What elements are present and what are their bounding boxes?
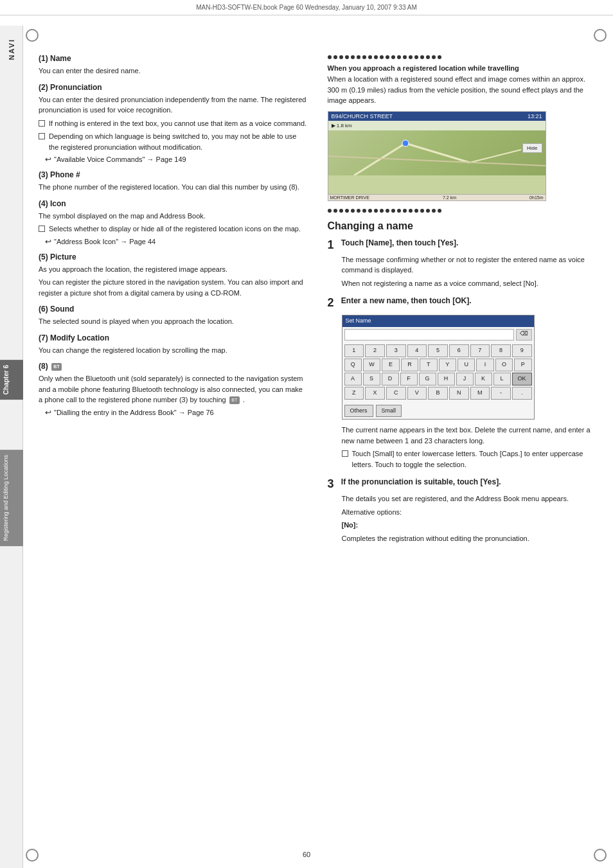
key-a[interactable]: A (344, 373, 362, 385)
step-3-body1: The details you set are registered, and … (342, 493, 598, 504)
key-y[interactable]: Y (439, 359, 456, 371)
pronunciation-bullet-1: If nothing is entered in the text box, y… (39, 118, 308, 129)
header-text: MAN-HD3-SOFTW-EN.book Page 60 Wednesday,… (196, 4, 417, 11)
key-i[interactable]: I (476, 359, 493, 371)
chapter-label: Chapter 6 (0, 360, 23, 400)
step-2-title: Enter a new name, then touch [OK]. (341, 296, 472, 305)
key-9[interactable]: 9 (512, 344, 532, 357)
section-icon-title: (4) Icon (39, 199, 308, 208)
dot (345, 55, 349, 59)
arrow-icon: ↩ (45, 408, 51, 417)
step-3-no-body: Completes the registration without editi… (342, 533, 598, 544)
section-bt-title: (8) BT (39, 362, 308, 371)
bullet-square-icon (39, 226, 45, 232)
key-w[interactable]: W (363, 359, 380, 371)
key-c[interactable]: C (386, 387, 406, 400)
step-2-number: 2 (328, 296, 334, 309)
dot (362, 209, 366, 213)
key-l[interactable]: L (493, 373, 511, 385)
dot (345, 209, 349, 213)
section-modify-body: You can change the registered location b… (39, 345, 308, 356)
dot (438, 55, 441, 59)
dot (328, 55, 332, 59)
main-content: (1) Name You can enter the desired name.… (32, 48, 603, 551)
key-h[interactable]: H (438, 373, 455, 385)
nav-road-name-top: B94/CHURCH STREET (332, 113, 393, 120)
nav-time2: 0h15m (529, 195, 543, 200)
step-3-body: The details you set are registered, and … (342, 493, 598, 544)
key-k[interactable]: K (475, 373, 492, 385)
keyboard-others-button[interactable]: Others (344, 405, 373, 418)
dot (339, 209, 343, 213)
key-8[interactable]: 8 (491, 344, 511, 357)
arrow-icon: ↩ (45, 155, 51, 164)
keyboard-small-button[interactable]: Small (376, 405, 402, 418)
key-q[interactable]: Q (344, 359, 362, 371)
key-t[interactable]: T (420, 359, 437, 371)
nav-map-area: Hide (328, 130, 546, 175)
step-2-body: Set Name ⌫ 1 2 3 4 5 (342, 315, 598, 470)
bluetooth-phone-icon: BT (229, 396, 240, 404)
bluetooth-icon: BT (51, 363, 62, 371)
key-f[interactable]: F (400, 373, 418, 385)
key-4[interactable]: 4 (407, 344, 427, 357)
dot (426, 209, 430, 213)
step-2-bullet: Touch [Small] to enter lowercase letters… (342, 448, 598, 470)
two-column-layout: (1) Name You can enter the desired name.… (39, 48, 597, 551)
key-j[interactable]: J (456, 373, 474, 385)
section-name-title: (1) Name (39, 54, 308, 63)
key-dot[interactable]: . (512, 387, 532, 400)
key-6[interactable]: 6 (449, 344, 469, 357)
key-n[interactable]: N (449, 387, 469, 400)
key-b[interactable]: B (428, 387, 448, 400)
dot (351, 55, 355, 59)
left-column: (1) Name You can enter the desired name.… (39, 48, 308, 551)
key-z[interactable]: Z (344, 387, 364, 400)
key-v[interactable]: V (407, 387, 427, 400)
dot (397, 209, 401, 213)
key-x[interactable]: X (365, 387, 385, 400)
step-3-number: 3 (328, 477, 334, 490)
section-sound-title: (6) Sound (39, 305, 308, 314)
dot (420, 209, 424, 213)
keyboard-row-1: 1 2 3 4 5 6 7 8 9 (344, 344, 532, 357)
nav-bottom-bar: MORTIMER DRIVE 7.2 km 0h15m (328, 194, 546, 200)
section-modify-title: (7) Modify Location (39, 333, 308, 342)
key-o[interactable]: O (495, 359, 513, 371)
step-3-title: If the pronunciation is suitable, touch … (341, 477, 501, 486)
key-m[interactable]: M (470, 387, 490, 400)
section-picture-body2: You can register the picture stored in t… (39, 277, 308, 298)
key-2[interactable]: 2 (365, 344, 385, 357)
keyboard-text-input[interactable] (344, 329, 514, 341)
key-s[interactable]: S (363, 373, 380, 385)
key-u[interactable]: U (458, 359, 475, 371)
page-header: MAN-HD3-SOFTW-EN.book Page 60 Wednesday,… (0, 0, 613, 15)
keyboard-input-box: Set Name ⌫ 1 2 3 4 5 (342, 315, 535, 420)
key-g[interactable]: G (419, 373, 436, 385)
corner-decoration-bl (26, 849, 39, 862)
dot (333, 55, 337, 59)
key-5[interactable]: 5 (428, 344, 448, 357)
key-d[interactable]: D (382, 373, 399, 385)
dot (333, 209, 337, 213)
dot (438, 209, 441, 213)
key-dash[interactable]: - (491, 387, 511, 400)
keyboard-input-row: ⌫ (342, 327, 534, 342)
section-sound-body: The selected sound is played when you ap… (39, 316, 308, 327)
dot (420, 55, 424, 59)
key-ok[interactable]: OK (512, 373, 532, 385)
dot (374, 209, 378, 213)
step-3-header: 3 If the pronunciation is suitable, touc… (328, 477, 598, 491)
key-r[interactable]: R (401, 359, 418, 371)
step-3-container: 3 If the pronunciation is suitable, touc… (328, 477, 598, 544)
keyboard-backspace-button[interactable]: ⌫ (516, 329, 532, 341)
section-phone-title: (3) Phone # (39, 170, 308, 179)
key-1[interactable]: 1 (344, 344, 364, 357)
key-e[interactable]: E (382, 359, 399, 371)
step-2-header: 2 Enter a new name, then touch [OK]. (328, 296, 598, 310)
key-p[interactable]: P (514, 359, 531, 371)
dot (380, 55, 384, 59)
key-3[interactable]: 3 (386, 344, 406, 357)
step-3-no: [No]: (342, 520, 598, 531)
key-7[interactable]: 7 (470, 344, 490, 357)
